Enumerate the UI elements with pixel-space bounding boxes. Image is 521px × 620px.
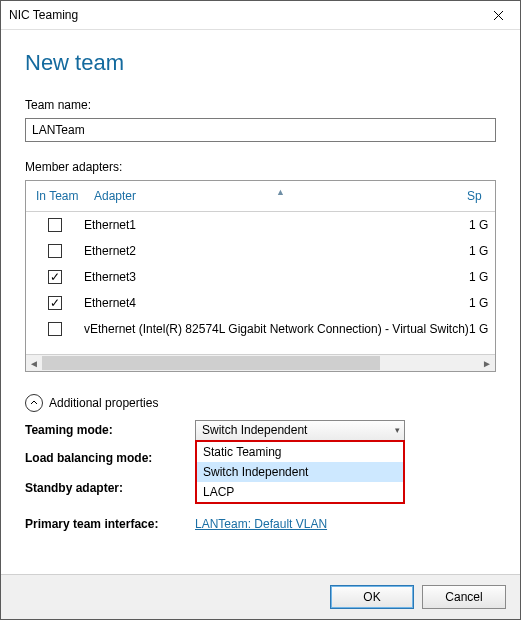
additional-properties-header[interactable]: Additional properties bbox=[25, 394, 496, 412]
teaming-mode-combo[interactable]: Switch Independent ▾ bbox=[195, 420, 405, 441]
teaming-mode-value: Switch Independent bbox=[202, 423, 307, 437]
scroll-left-icon[interactable]: ◄ bbox=[26, 355, 42, 371]
member-adapters-label: Member adapters: bbox=[25, 160, 496, 174]
page-title: New team bbox=[25, 50, 496, 76]
additional-properties: Additional properties Teaming mode: Swit… bbox=[25, 394, 496, 536]
ok-button[interactable]: OK bbox=[330, 585, 414, 609]
adapter-name: Ethernet4 bbox=[84, 296, 469, 310]
team-name-input[interactable] bbox=[25, 118, 496, 142]
adapter-name: Ethernet2 bbox=[84, 244, 469, 258]
adapter-speed: 1 G bbox=[469, 322, 495, 336]
scroll-thumb[interactable] bbox=[42, 356, 380, 370]
teaming-mode-dropdown: Static TeamingSwitch IndependentLACP bbox=[195, 440, 405, 504]
in-team-checkbox[interactable] bbox=[48, 244, 62, 258]
adapter-name: Ethernet1 bbox=[84, 218, 469, 232]
sort-asc-icon: ▲ bbox=[276, 187, 285, 197]
in-team-checkbox[interactable] bbox=[48, 322, 62, 336]
chevron-up-icon bbox=[25, 394, 43, 412]
adapter-speed: 1 G bbox=[469, 218, 495, 232]
primary-interface-link[interactable]: LANTeam: Default VLAN bbox=[195, 517, 327, 531]
teaming-mode-option[interactable]: Static Teaming bbox=[197, 442, 403, 462]
adapters-grid: In Team Adapter ▲ Sp Ethernet11 GEtherne… bbox=[25, 180, 496, 372]
team-name-label: Team name: bbox=[25, 98, 496, 112]
adapter-speed: 1 G bbox=[469, 270, 495, 284]
load-balancing-label: Load balancing mode: bbox=[25, 451, 195, 465]
adapter-speed: 1 G bbox=[469, 244, 495, 258]
in-team-checkbox[interactable]: ✓ bbox=[48, 270, 62, 284]
cancel-button[interactable]: Cancel bbox=[422, 585, 506, 609]
content-area: New team Team name: Member adapters: In … bbox=[1, 30, 520, 574]
in-team-checkbox[interactable] bbox=[48, 218, 62, 232]
table-row[interactable]: Ethernet21 G bbox=[26, 238, 495, 264]
table-row[interactable]: ✓Ethernet31 G bbox=[26, 264, 495, 290]
additional-properties-label: Additional properties bbox=[49, 396, 158, 410]
primary-interface-label: Primary team interface: bbox=[25, 517, 195, 531]
close-icon[interactable] bbox=[476, 1, 520, 29]
teaming-mode-option[interactable]: Switch Independent bbox=[197, 462, 403, 482]
teaming-mode-label: Teaming mode: bbox=[25, 423, 195, 437]
adapter-name: vEthernet (Intel(R) 82574L Gigabit Netwo… bbox=[84, 322, 469, 336]
table-row[interactable]: ✓Ethernet41 G bbox=[26, 290, 495, 316]
column-header-in-team[interactable]: In Team bbox=[26, 189, 94, 203]
table-row[interactable]: Ethernet11 G bbox=[26, 212, 495, 238]
dialog-footer: OK Cancel bbox=[1, 574, 520, 619]
adapter-speed: 1 G bbox=[469, 296, 495, 310]
column-header-speed[interactable]: Sp bbox=[467, 189, 495, 203]
titlebar: NIC Teaming bbox=[1, 1, 520, 30]
in-team-checkbox[interactable]: ✓ bbox=[48, 296, 62, 310]
column-header-adapter-label: Adapter bbox=[94, 189, 136, 203]
horizontal-scrollbar[interactable]: ◄ ► bbox=[26, 354, 495, 371]
standby-adapter-label: Standby adapter: bbox=[25, 481, 195, 495]
table-row[interactable]: vEthernet (Intel(R) 82574L Gigabit Netwo… bbox=[26, 316, 495, 342]
teaming-mode-option[interactable]: LACP bbox=[197, 482, 403, 502]
scroll-right-icon[interactable]: ► bbox=[479, 355, 495, 371]
chevron-down-icon: ▾ bbox=[395, 425, 400, 435]
adapter-name: Ethernet3 bbox=[84, 270, 469, 284]
nic-teaming-window: NIC Teaming New team Team name: Member a… bbox=[0, 0, 521, 620]
adapters-grid-body: Ethernet11 GEthernet21 G✓Ethernet31 G✓Et… bbox=[26, 212, 495, 354]
column-header-adapter[interactable]: Adapter ▲ bbox=[94, 189, 467, 203]
adapters-grid-header: In Team Adapter ▲ Sp bbox=[26, 181, 495, 212]
window-title: NIC Teaming bbox=[9, 8, 78, 22]
